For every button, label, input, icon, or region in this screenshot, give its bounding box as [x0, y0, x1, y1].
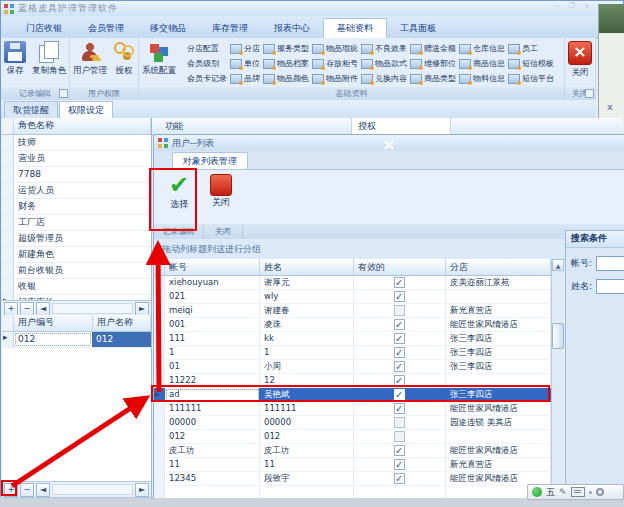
user-name-header[interactable]: 用户名称 [93, 315, 151, 331]
ribbon-small-button[interactable]: 物品档案 [263, 56, 309, 71]
table-row[interactable]: meiqi 谢建春 新光直营店 [154, 304, 551, 318]
maximize-icon[interactable]: ❐ [566, 2, 578, 10]
dialog-close-button[interactable]: 关闭 [200, 170, 242, 224]
role-row[interactable]: 超级管理员 [2, 231, 151, 247]
valid-checkbox[interactable] [394, 431, 405, 442]
ribbon-small-button[interactable]: 分店 [230, 41, 260, 56]
authorize-button[interactable]: 授权 [110, 39, 138, 87]
ribbon-small-button[interactable]: 物品瑕疵 [312, 41, 358, 56]
col-valid[interactable]: 有效的 [354, 259, 446, 276]
ribbon-tab[interactable]: 报表中心 [261, 19, 323, 38]
table-row[interactable]: 021 wly [154, 290, 551, 304]
minimize-icon[interactable]: — [551, 2, 563, 10]
copy-role-button[interactable]: 复制角色 [29, 39, 69, 87]
add-button[interactable]: + [4, 302, 18, 316]
valid-checkbox[interactable] [394, 389, 405, 400]
table-row[interactable]: 001 凌珠 能匠世家风情港店 [154, 318, 551, 332]
role-row[interactable]: 技师 [2, 135, 151, 151]
role-row[interactable]: 新建角色 [2, 247, 151, 263]
settings-icon[interactable] [596, 488, 604, 496]
scrollbar-track[interactable] [52, 303, 133, 314]
system-config-button[interactable]: 系统配置 [139, 39, 179, 87]
table-row[interactable]: 111111 111111 能匠世家风情港店 [154, 402, 551, 416]
table-row[interactable]: 012 012 [154, 430, 551, 444]
scrollbar-track[interactable] [52, 484, 133, 495]
search-input[interactable] [596, 279, 624, 294]
ribbon-tab[interactable]: 库存管理 [199, 19, 261, 38]
ribbon-small-button[interactable]: 赠送金额 [410, 41, 456, 56]
dialog-launcher-icon[interactable] [59, 89, 68, 98]
ribbon-small-button[interactable]: 员工 [508, 41, 554, 56]
close-icon[interactable]: × [581, 2, 593, 10]
ribbon-tab[interactable]: 移交物品 [137, 19, 199, 38]
table-row[interactable]: ad 吴艳斌 张三李四店 [154, 388, 551, 402]
ribbon-small-button[interactable]: 仓库信息 [459, 41, 505, 56]
table-row[interactable]: 1 1 张三李四店 [154, 346, 551, 360]
table-row[interactable]: 00000 00000 园途连锁 美其店 [154, 416, 551, 430]
scroll-right-icon[interactable]: ► [135, 302, 149, 316]
role-row[interactable]: 运货人员 [2, 183, 151, 199]
ribbon-tab[interactable]: 工具面板 [387, 19, 449, 38]
perm-col-authorize[interactable]: 授权 [352, 118, 451, 135]
valid-checkbox[interactable] [394, 319, 405, 330]
valid-checkbox[interactable] [394, 361, 405, 372]
ribbon-small-button[interactable]: 存放柜号 [312, 56, 358, 71]
valid-checkbox[interactable] [394, 417, 405, 428]
valid-checkbox[interactable] [394, 459, 405, 470]
valid-checkbox[interactable] [394, 347, 405, 358]
table-row[interactable]: 皮工坊 皮工坊 能匠世家风情港店 [154, 444, 551, 458]
ribbon-small-button[interactable]: 会员级别 [181, 56, 227, 71]
pencil-icon[interactable]: ✎ [559, 487, 567, 497]
ribbon-small-button[interactable]: 兑换内容 [361, 71, 407, 86]
ribbon-small-button[interactable]: 物品附件 [312, 71, 358, 86]
ribbon-small-button[interactable]: 维修部位 [410, 56, 456, 71]
valid-checkbox[interactable] [394, 291, 405, 302]
search-input[interactable] [596, 256, 624, 271]
perm-col-function[interactable]: 功能 [151, 118, 352, 135]
scrollbar-thumb[interactable] [552, 323, 564, 349]
ribbon-small-button[interactable]: 短信平台 [508, 71, 554, 86]
page-tab[interactable]: 权限设定 [59, 101, 113, 118]
ribbon-close-button[interactable]: 关闭 [565, 39, 595, 87]
ribbon-small-button[interactable]: 不良效果 [361, 41, 407, 56]
table-row[interactable]: 111 kk 张三李四店 [154, 332, 551, 346]
table-row[interactable]: 11 11 新光直营店 [154, 458, 551, 472]
valid-checkbox[interactable] [394, 375, 405, 386]
roles-header-cell[interactable]: 角色名称 [14, 118, 151, 134]
ribbon-small-button[interactable]: 单位 [230, 56, 260, 71]
dialog-launcher-icon[interactable] [585, 89, 594, 98]
role-row[interactable]: 财务 [2, 199, 151, 215]
table-row[interactable]: 01 小周 张三李四店 [154, 360, 551, 374]
ribbon-small-button[interactable]: 商品信息 [459, 56, 505, 71]
ribbon-small-button[interactable]: 品牌 [230, 71, 260, 86]
ribbon-tab[interactable]: 门店收银 [13, 19, 75, 38]
valid-checkbox[interactable] [394, 403, 405, 414]
role-row[interactable]: 工厂店 [2, 215, 151, 231]
valid-checkbox[interactable] [394, 333, 405, 344]
user-management-button[interactable]: 用户管理 [70, 39, 110, 87]
ime-mode-label[interactable]: 五 [546, 486, 555, 499]
ribbon-small-button[interactable]: 物料信息 [459, 71, 505, 86]
group-by-bar[interactable]: 拖动列标题到这进行分组 [154, 239, 624, 260]
ribbon-small-button[interactable]: 短信模板 [508, 56, 554, 71]
col-name[interactable]: 姓名 [260, 259, 354, 276]
ribbon-small-button[interactable]: 物品款式 [361, 56, 407, 71]
table-row[interactable]: 11222 12 [154, 374, 551, 388]
col-account[interactable]: 帐号 [165, 259, 260, 276]
save-button[interactable]: 保存 [1, 39, 29, 87]
table-row[interactable]: xiehouyuan 谢厚元 皮美迩丽江景苑 [154, 276, 551, 290]
scroll-up-icon[interactable]: ▲ [552, 259, 564, 271]
table-row[interactable]: 12345 段致宇 能匠世家风情港店 [154, 472, 551, 486]
scroll-left-icon[interactable]: ◄ [36, 302, 50, 316]
user-row[interactable]: 012 012 [2, 332, 151, 348]
ribbon-tab[interactable]: 会员管理 [75, 19, 137, 38]
role-row[interactable]: 前台收银员 [2, 263, 151, 279]
role-row[interactable]: 营业员 [2, 151, 151, 167]
ime-state-icon[interactable] [532, 487, 542, 497]
valid-checkbox[interactable] [394, 277, 405, 288]
remove-button[interactable]: − [20, 302, 34, 316]
valid-checkbox[interactable] [394, 305, 405, 316]
panel-close-icon[interactable]: x [607, 102, 613, 112]
role-row[interactable]: 收银 [2, 279, 151, 295]
remove-user-button[interactable]: − [20, 483, 34, 497]
